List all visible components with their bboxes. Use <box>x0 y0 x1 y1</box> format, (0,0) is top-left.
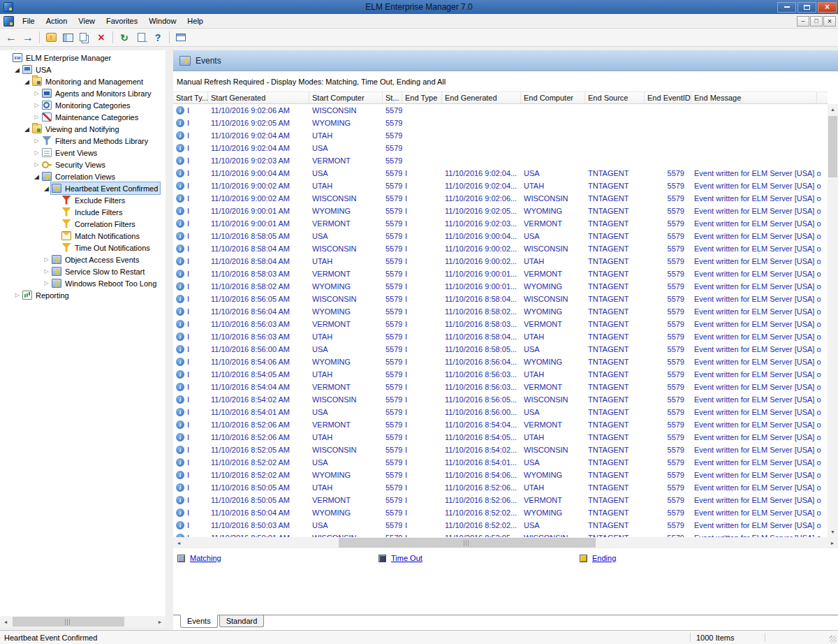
legend-time-out-link[interactable]: Time Out <box>391 554 422 562</box>
close-button[interactable] <box>818 2 837 13</box>
event-row[interactable]: iI11/10/2016 8:58:05 AMUSA5579I11/10/201… <box>173 230 828 242</box>
list-scroll-right-button[interactable]: ► <box>827 537 838 548</box>
event-row[interactable]: iI11/10/2016 9:02:05 AMWYOMING5579 <box>173 117 828 129</box>
column-header-end-type[interactable]: End Type <box>402 92 442 103</box>
list-hscrollbar-thumb[interactable] <box>339 538 596 548</box>
column-header-start-computer[interactable]: Start Computer <box>309 92 383 103</box>
event-row[interactable]: iI11/10/2016 8:52:06 AMUTAH5579I11/10/20… <box>173 431 828 444</box>
minimize-button[interactable] <box>777 2 796 13</box>
tree-item-security-views[interactable]: ▷Security Views <box>0 159 166 170</box>
event-row[interactable]: iI11/10/2016 9:02:04 AMUTAH5579 <box>173 129 828 142</box>
toolbar-show-tree-button[interactable] <box>59 30 76 45</box>
tree-item-agents-and-monitors-library[interactable]: ▷Agents and Monitors Library <box>0 87 166 99</box>
tree-item-usa[interactable]: ◢USA <box>0 64 166 75</box>
tree-item-maintenance-categories[interactable]: ▷Maintenance Categories <box>0 111 166 123</box>
event-row[interactable]: iI11/10/2016 8:52:02 AMUSA5579I11/10/201… <box>173 456 828 469</box>
list-scroll-up-button[interactable]: ▲ <box>828 104 838 115</box>
event-row[interactable]: iI11/10/2016 8:52:05 AMWISCONSIN5579I11/… <box>173 444 828 456</box>
event-row[interactable]: iI11/10/2016 8:50:04 AMWYOMING5579I11/10… <box>173 506 828 519</box>
menu-item-file[interactable]: File <box>17 15 41 27</box>
tree-item-heartbeat-event-confirmed[interactable]: ◢Heartbeat Event Confirmed <box>0 182 166 194</box>
tree-item-correlation-views[interactable]: ◢Correlation Views <box>0 170 166 182</box>
collapsed-arrow-icon[interactable]: ▷ <box>32 161 41 168</box>
event-row[interactable]: iI11/10/2016 8:58:02 AMWYOMING5579I11/10… <box>173 280 828 293</box>
collapsed-arrow-icon[interactable]: ▷ <box>32 149 41 156</box>
collapsed-arrow-icon[interactable]: ▷ <box>32 102 41 108</box>
collapsed-arrow-icon[interactable]: ▷ <box>42 280 51 286</box>
tree-item-windows-reboot-too-long[interactable]: ▷Windows Reboot Too Long <box>0 277 166 289</box>
collapsed-arrow-icon[interactable]: ▷ <box>32 138 41 144</box>
event-row[interactable]: iI11/10/2016 8:52:02 AMWYOMING5579I11/10… <box>173 469 828 481</box>
collapsed-arrow-icon[interactable]: ▷ <box>32 90 41 96</box>
event-row[interactable]: iI11/10/2016 8:56:05 AMWISCONSIN5579I11/… <box>173 293 828 305</box>
event-row[interactable]: iI11/10/2016 8:52:06 AMVERMONT5579I11/10… <box>173 418 828 431</box>
collapsed-arrow-icon[interactable]: ▷ <box>13 292 22 298</box>
tree-scrollbar-track[interactable] <box>11 616 154 627</box>
event-row[interactable]: iI11/10/2016 8:58:03 AMVERMONT5579I11/10… <box>173 268 828 280</box>
child-close-button[interactable] <box>823 16 836 27</box>
column-header-start-generated[interactable]: Start Generated <box>208 92 309 103</box>
toolbar-forward-button[interactable]: → <box>20 30 36 45</box>
tab-events[interactable]: Events <box>180 615 218 628</box>
tree-item-monitoring-categories[interactable]: ▷Monitoring Categories <box>0 99 166 111</box>
event-row[interactable]: iI11/10/2016 8:58:04 AMWISCONSIN5579I11/… <box>173 242 828 255</box>
event-row[interactable]: iI11/10/2016 9:02:06 AMWISCONSIN5579 <box>173 104 828 117</box>
event-row[interactable]: iI11/10/2016 9:00:01 AMWYOMING5579I11/10… <box>173 205 828 217</box>
menu-item-favorites[interactable]: Favorites <box>101 15 143 27</box>
column-header-st[interactable]: St... <box>383 92 402 103</box>
tree-item-match-notifications[interactable]: Match Notifications <box>0 230 166 242</box>
menu-item-action[interactable]: Action <box>41 15 73 27</box>
column-header-end-generated[interactable]: End Generated <box>442 92 521 103</box>
event-row[interactable]: iI11/10/2016 9:00:04 AMUSA5579I11/10/201… <box>173 167 828 180</box>
tree-item-object-access-events[interactable]: ▷Object Access Events <box>0 254 166 265</box>
event-row[interactable]: iI11/10/2016 8:56:00 AMUSA5579I11/10/201… <box>173 343 828 356</box>
event-row[interactable]: iI11/10/2016 8:54:02 AMWISCONSIN5579I11/… <box>173 393 828 406</box>
event-row[interactable]: iI11/10/2016 8:54:05 AMUTAH5579I11/10/20… <box>173 368 828 381</box>
menu-item-help[interactable]: Help <box>182 15 209 27</box>
toolbar-refresh-button[interactable]: ↻ <box>116 30 133 45</box>
menu-item-view[interactable]: View <box>73 15 101 27</box>
event-row[interactable]: iI11/10/2016 8:50:05 AMVERMONT5579I11/10… <box>173 494 828 506</box>
column-header-end-source[interactable]: End Source <box>585 92 645 103</box>
list-hscrollbar-track[interactable] <box>184 537 827 548</box>
event-row[interactable]: iI11/10/2016 8:56:03 AMVERMONT5579I11/10… <box>173 318 828 330</box>
tree-scroll-left-button[interactable]: ◄ <box>0 616 11 627</box>
toolbar-export-list-button[interactable] <box>133 30 149 45</box>
event-row[interactable]: iI11/10/2016 9:02:04 AMUSA5579 <box>173 142 828 154</box>
expanded-arrow-icon[interactable]: ◢ <box>32 173 41 180</box>
event-row[interactable]: iI11/10/2016 9:02:03 AMVERMONT5579 <box>173 154 828 167</box>
list-scroll-left-button[interactable]: ◄ <box>173 537 184 548</box>
event-row[interactable]: iI11/10/2016 8:58:04 AMUTAH5579I11/10/20… <box>173 255 828 268</box>
event-row[interactable]: iI11/10/2016 8:54:06 AMWYOMING5579I11/10… <box>173 356 828 368</box>
event-row[interactable]: iI11/10/2016 8:50:05 AMUTAH5579I11/10/20… <box>173 481 828 494</box>
legend-matching-link[interactable]: Matching <box>190 554 221 562</box>
event-row[interactable]: iI11/10/2016 8:50:01 AMWISCONSIN5579I11/… <box>173 532 828 537</box>
maximize-button[interactable] <box>797 2 816 13</box>
tree-item-include-filters[interactable]: Include Filters <box>0 206 166 218</box>
collapsed-arrow-icon[interactable]: ▷ <box>42 256 51 263</box>
tree-item-monitoring-and-management[interactable]: ◢Monitoring and Management <box>0 75 166 87</box>
tree-item-time-out-notifications[interactable]: Time Out Notifications <box>0 242 166 254</box>
tree-scrollbar-thumb[interactable] <box>13 617 124 627</box>
toolbar-back-button[interactable]: ← <box>3 30 20 45</box>
tab-standard[interactable]: Standard <box>219 615 265 627</box>
child-minimize-button[interactable] <box>797 16 809 27</box>
column-header-end-eventid[interactable]: End EventID <box>645 92 691 103</box>
collapsed-arrow-icon[interactable]: ▷ <box>42 268 51 275</box>
list-vscrollbar-thumb[interactable] <box>828 116 837 177</box>
toolbar-up-button[interactable]: ↑ <box>43 30 59 45</box>
event-row[interactable]: iI11/10/2016 8:56:03 AMUTAH5579I11/10/20… <box>173 330 828 343</box>
child-restore-button[interactable] <box>810 16 823 27</box>
tree-item-filters-and-methods-library[interactable]: ▷Filters and Methods Library <box>0 135 166 147</box>
expanded-arrow-icon[interactable]: ◢ <box>22 78 31 85</box>
event-row[interactable]: iI11/10/2016 8:56:04 AMWYOMING5579I11/10… <box>173 305 828 318</box>
legend-ending-link[interactable]: Ending <box>592 554 616 562</box>
tree-item-viewing-and-notifying[interactable]: ◢Viewing and Notifying <box>0 123 166 135</box>
tree-item-service-slow-to-restart[interactable]: ▷Service Slow to Restart <box>0 265 166 277</box>
expanded-arrow-icon[interactable]: ◢ <box>22 126 31 133</box>
tree-item-event-views[interactable]: ▷Event Views <box>0 147 166 159</box>
toolbar-help-button[interactable]: ? <box>149 30 166 45</box>
tree-item-reporting[interactable]: ▷Reporting <box>0 289 166 301</box>
column-header-start-ty[interactable]: Start Ty... <box>173 92 208 103</box>
list-scroll-down-button[interactable]: ▼ <box>828 527 838 537</box>
